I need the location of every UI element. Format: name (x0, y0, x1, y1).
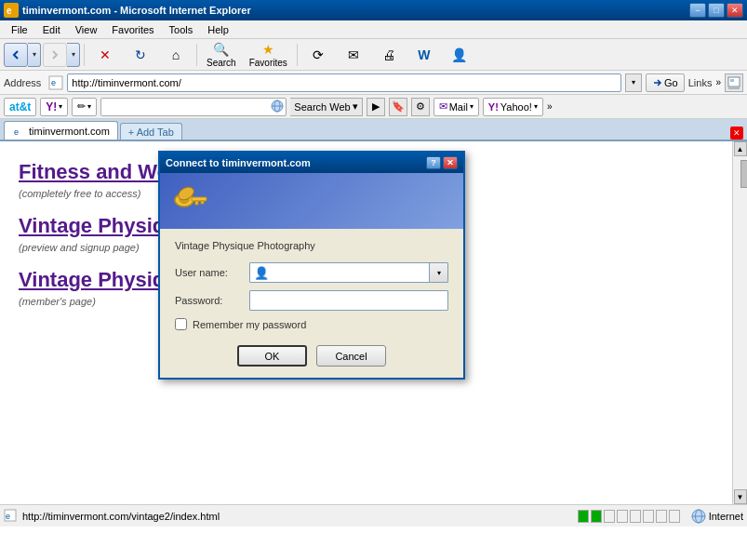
yahoo-logo-icon: Y! (488, 101, 499, 113)
tab-timinvermont[interactable]: e timinvermont.com (4, 121, 118, 140)
refresh-button[interactable]: ↻ (124, 41, 157, 69)
restore-button[interactable]: □ (708, 3, 725, 18)
address-dropdown[interactable]: ▾ (625, 73, 642, 92)
menu-favorites[interactable]: Favorites (104, 22, 161, 37)
forward-dropdown[interactable]: ▾ (67, 43, 80, 67)
page-icon: e (48, 75, 63, 90)
messenger-button[interactable]: 👤 (443, 41, 476, 69)
print-icon: 🖨 (382, 47, 395, 62)
app-icon: e (4, 3, 19, 18)
address-input-wrap[interactable] (67, 73, 621, 92)
mail-yahoo-button[interactable]: ✉ Mail ▾ (434, 98, 479, 116)
close-button[interactable]: ✕ (727, 3, 743, 18)
remember-label[interactable]: Remember my password (193, 319, 306, 330)
status-progress (578, 510, 680, 523)
menu-help[interactable]: Help (200, 22, 236, 37)
password-input[interactable] (250, 295, 447, 306)
toolbar-icon-3[interactable]: ⚙ (411, 98, 430, 116)
print-button[interactable]: 🖨 (372, 41, 406, 69)
username-input-wrap[interactable]: 👤 ▾ (249, 262, 448, 283)
dialog-realm: Vintage Physique Photography (175, 240, 448, 251)
yahoo-bar-more[interactable]: » (547, 101, 553, 112)
mail-button[interactable]: ✉ (337, 41, 370, 69)
address-icon-wrap: e (48, 75, 63, 90)
links-dropdown[interactable]: » (715, 77, 721, 87)
scroll-up-button[interactable]: ▲ (734, 141, 747, 156)
dialog-close-button[interactable]: ✕ (443, 156, 458, 169)
progress-cell-8 (669, 510, 680, 523)
status-zone: Internet (684, 509, 743, 524)
forward-button[interactable] (43, 43, 67, 67)
toolbar-icon-2[interactable]: 🔖 (389, 98, 407, 116)
dialog-title-bar: Connect to timinvermont.com ? ✕ (160, 153, 463, 173)
cancel-button[interactable]: Cancel (316, 345, 386, 367)
tab-close-button[interactable]: ✕ (730, 127, 743, 140)
page-tools-button[interactable] (725, 73, 743, 92)
menu-file[interactable]: File (4, 22, 35, 37)
tab-favicon: e (12, 125, 25, 138)
scroll-down-button[interactable]: ▼ (734, 489, 747, 504)
forward-group: ▾ (43, 43, 80, 67)
progress-cell-4 (617, 510, 628, 523)
username-dropdown[interactable]: ▾ (429, 263, 447, 282)
dialog-help-button[interactable]: ? (426, 156, 441, 169)
yahoo-main-label: Yahoo! (500, 101, 532, 113)
menu-edit[interactable]: Edit (35, 22, 68, 37)
ok-button[interactable]: OK (237, 345, 307, 367)
menu-bar: File Edit View Favorites Tools Help (0, 20, 747, 39)
back-button[interactable] (4, 43, 28, 67)
svg-rect-5 (730, 79, 734, 82)
tab-label: timinvermont.com (29, 126, 110, 137)
dialog-title: Connect to timinvermont.com (166, 157, 311, 168)
stop-button[interactable]: ✕ (88, 41, 122, 69)
yahoo-y-label: Y! (46, 100, 57, 113)
minimize-button[interactable]: − (689, 3, 706, 18)
links-button[interactable]: Links (688, 77, 713, 88)
remember-checkbox[interactable] (175, 318, 187, 330)
title-bar: e timinvermont.com - Microsoft Internet … (0, 0, 747, 20)
zone-label: Internet (709, 511, 743, 522)
menu-view[interactable]: View (68, 22, 105, 37)
separator-2 (196, 44, 197, 66)
toolbar-icon-1[interactable]: ▶ (367, 98, 385, 116)
mail-icon: ✉ (348, 47, 359, 62)
address-input[interactable] (68, 77, 620, 88)
progress-cell-6 (643, 510, 654, 523)
status-url: http://timinvermont.com/vintage2/index.h… (22, 511, 574, 522)
menu-tools[interactable]: Tools (162, 22, 201, 37)
dialog-header (160, 173, 463, 229)
scroll-thumb[interactable] (740, 160, 748, 188)
yahoo-y-button[interactable]: Y! ▾ (40, 98, 68, 116)
vertical-scrollbar[interactable]: ▲ ▼ (732, 141, 747, 504)
password-input-wrap[interactable] (249, 290, 448, 311)
home-icon: ⌂ (172, 47, 180, 62)
search-web-arrow: ▾ (353, 100, 358, 113)
word-button[interactable]: W (407, 41, 441, 69)
password-field: Password: (175, 290, 448, 311)
username-input[interactable] (273, 267, 429, 278)
internet-zone-icon (691, 509, 706, 524)
home-button[interactable]: ⌂ (159, 41, 193, 69)
back-dropdown[interactable]: ▾ (28, 43, 41, 67)
favorites-button[interactable]: ★ Favorites (244, 41, 293, 69)
favorites-label: Favorites (249, 58, 287, 68)
content-area: Fitness and We (completely free to acces… (0, 141, 747, 504)
mail-yahoo-label: Mail (449, 101, 468, 113)
add-tab-button[interactable]: + Add Tab (120, 123, 182, 140)
history-button[interactable]: ⟳ (301, 41, 335, 69)
go-button[interactable]: Go (646, 73, 685, 92)
progress-cell-5 (630, 510, 641, 523)
go-arrow-icon (652, 78, 661, 87)
yahoo-dropdown-arrow: ▾ (59, 102, 62, 111)
search-button[interactable]: 🔍 Search (201, 41, 242, 69)
history-icon: ⟳ (313, 47, 324, 62)
yahoo-search-wrap[interactable] (100, 98, 287, 116)
yahoo-main-button[interactable]: Y! Yahoo! ▾ (483, 98, 543, 116)
pencil-button[interactable]: ✏ ▾ (72, 98, 97, 116)
yahoo-search-input[interactable] (101, 101, 269, 113)
att-button[interactable]: at&t (4, 98, 36, 116)
keys-icon (167, 177, 214, 226)
progress-cell-3 (604, 510, 615, 523)
svg-rect-16 (201, 201, 204, 204)
search-web-button[interactable]: Search Web ▾ (290, 98, 362, 116)
